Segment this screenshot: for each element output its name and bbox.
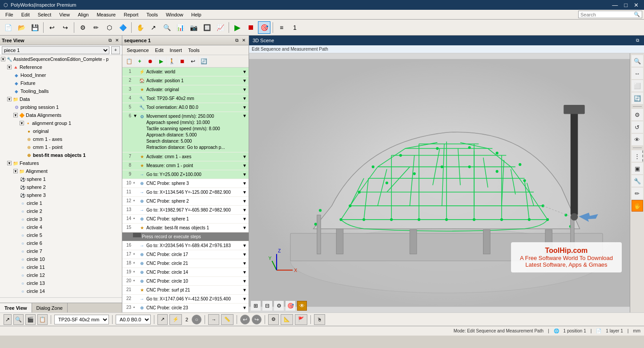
seq-row-16[interactable]: Press record or execute steps	[122, 232, 249, 241]
expand-features[interactable]: ▼	[7, 161, 12, 165]
seq-row-10[interactable]: 10 + ⊕ CNC Probe: sphere 3 ▼	[122, 179, 249, 188]
expand-data[interactable]: ▼	[7, 97, 12, 101]
rs-edit-btn[interactable]: ✏	[632, 188, 643, 199]
seq-arrow-4[interactable]: ▼	[242, 95, 248, 101]
seq-add-btn[interactable]: +	[135, 56, 145, 66]
rs-move-btn[interactable]: ↔	[632, 68, 643, 79]
scene-list-btn[interactable]: ⊟	[262, 301, 272, 311]
tree-item-circle11[interactable]: ○ circle 11	[0, 263, 122, 271]
save-btn[interactable]: 💾	[28, 21, 41, 34]
search-box[interactable]: 🔍	[578, 11, 642, 18]
seq-arrow-24[interactable]: ▼	[242, 304, 248, 310]
seq-expand-2[interactable]	[133, 77, 138, 78]
seq-row-2[interactable]: 2 🏠 Activate: position 1 ▼	[122, 76, 249, 85]
search-input[interactable]	[580, 12, 634, 17]
seq-expand-12[interactable]: +	[133, 197, 138, 203]
seq-row-20[interactable]: 19 + ⊕ CNC Probe: circle 14 ▼	[122, 268, 249, 277]
seq-arrow-18[interactable]: ▼	[242, 251, 248, 257]
tree-item-fixture[interactable]: ◆ Fixture	[0, 79, 122, 87]
seq-arrow-15[interactable]: ▼	[242, 224, 248, 230]
tree-item-data[interactable]: ▼ 📁 Data	[0, 95, 122, 103]
seq-expand-9[interactable]	[133, 171, 138, 172]
list-btn[interactable]: ≡	[275, 21, 288, 34]
piece-add-btn[interactable]: +	[111, 46, 120, 54]
menu-view[interactable]: View	[56, 11, 73, 18]
num-btn[interactable]: 1	[289, 21, 301, 34]
scene-eye-btn2[interactable]: 👁	[297, 301, 307, 311]
play-btn[interactable]: ▶	[231, 21, 244, 34]
grid-btn[interactable]: 🔲	[201, 21, 213, 34]
tree-item-circle1[interactable]: ○ circle 1	[0, 199, 122, 207]
bt-icon1[interactable]: ↗	[4, 314, 12, 325]
redo-btn[interactable]: ↪	[59, 21, 72, 34]
seq-row-24[interactable]: 23 + ⊕ CNC Probe: circle 23 ▼	[122, 304, 249, 312]
open-btn[interactable]: 📂	[15, 21, 28, 34]
tree-item-sphere2[interactable]: ⚽ sphere 2	[0, 183, 122, 191]
seq-expand-22[interactable]	[133, 286, 138, 288]
tree-item-align-group[interactable]: ▼ 🔸 alignment group 1	[0, 119, 122, 127]
tree-item-circle14[interactable]: ○ circle 14	[0, 287, 122, 295]
tree-item-cmm1-point[interactable]: ⊕ cmm 1 - point	[0, 143, 122, 151]
bt-redo-round[interactable]: ↪	[252, 315, 262, 324]
menu-help[interactable]: Help	[188, 11, 205, 18]
seq-row-22[interactable]: 21 ★ CNC Probe: surf pt 21 ▼	[122, 286, 249, 295]
seq-arrow-2[interactable]: ▼	[242, 77, 248, 83]
seq-arrow-7[interactable]: ▼	[242, 153, 248, 159]
tree-panel-float[interactable]: ⧉	[107, 38, 113, 43]
seq-expand-19[interactable]: +	[133, 260, 138, 265]
tree-item-sphere3[interactable]: ⚽ sphere 3	[0, 191, 122, 199]
seq-expand-13[interactable]	[133, 206, 138, 208]
tree-item-bestfit[interactable]: ⊕ best-fit meas objects 1	[0, 151, 122, 159]
maximize-btn[interactable]: □	[622, 2, 629, 8]
seq-row-13[interactable]: 13 → Go to: X=1982.967 Y=-605.980 Z=982.…	[122, 206, 249, 215]
minimize-btn[interactable]: —	[610, 2, 620, 8]
bt-icon3[interactable]: 🎬	[25, 314, 36, 325]
seq-arrow-20[interactable]: ▼	[242, 268, 248, 275]
seq-row-14[interactable]: 14 + ⊕ CNC Probe: sphere 1 ▼	[122, 215, 249, 224]
bt-orientation-select[interactable]: A0.0 B0.0	[116, 315, 151, 324]
tree-item-sphere1[interactable]: ⚽ sphere 1	[0, 175, 122, 183]
expand-reference[interactable]: ▼	[7, 65, 12, 69]
seq-arrow-13[interactable]: ▼	[242, 206, 248, 212]
expand-alignment[interactable]: ▼	[13, 169, 18, 173]
bt-tool-select[interactable]: TP20-SF 40x2 mm	[54, 315, 109, 324]
seq-row-9[interactable]: 9 → Go to: Y=25.000 Z+100.000 ▼	[122, 170, 249, 179]
edit-btn[interactable]: ✏	[90, 21, 102, 34]
rs-refresh-btn[interactable]: ↺	[632, 121, 643, 133]
seq-row-5[interactable]: 5 🔧 Tool orientation: A0.0 B0.0 ▼	[122, 103, 249, 112]
seq-arrow-19[interactable]: ▼	[242, 260, 248, 266]
tree-item-circle4[interactable]: ○ circle 4	[0, 223, 122, 231]
close-btn[interactable]: ✕	[632, 2, 640, 8]
bt-arrow-btn[interactable]: ↗	[157, 314, 168, 325]
seq-row-21[interactable]: 20 + ⊕ CNC Probe: circle 10 ▼	[122, 277, 249, 286]
shape-btn[interactable]: 🔷	[117, 21, 129, 34]
seq-arrow-21[interactable]: ▼	[242, 277, 248, 284]
seq-expand-17[interactable]	[133, 242, 138, 243]
target-btn[interactable]: 🎯	[258, 21, 270, 34]
bt-icon4[interactable]: 📋	[37, 314, 48, 325]
bt-path-btn[interactable]: →	[208, 314, 219, 325]
bt-undo-round[interactable]: ↩	[240, 315, 250, 324]
tree-item-circle3[interactable]: ○ circle 3	[0, 215, 122, 223]
sequence-list[interactable]: 1 ⚡ Activate: world ▼ 2 🏠 Activate: posi…	[122, 68, 249, 312]
seq-arrow-8[interactable]: ▼	[242, 162, 248, 168]
seq-arrow-5[interactable]: ▼	[242, 104, 248, 110]
seq-copy-btn[interactable]: 📋	[124, 56, 134, 66]
tree-view[interactable]: ▼ 🔧 AssistedSequenceCreationEdition_Comp…	[0, 55, 122, 297]
expand-root[interactable]: ▼	[1, 57, 5, 61]
tree-item-tooling-balls[interactable]: ◆ Tooling_balls	[0, 87, 122, 95]
tree-panel-close[interactable]: ✕	[114, 38, 120, 43]
seq-arrow-3[interactable]: ▼	[242, 86, 248, 92]
seq-row-15[interactable]: 15 ★ Activate: best-fit meas objects 1 ▼	[122, 224, 249, 232]
tree-item-features[interactable]: ▼ 📁 Features	[0, 159, 122, 167]
seq-row-17[interactable]: 16 → Go to: X=2034.546 Y=-689.434 Z=976.…	[122, 241, 249, 250]
seq-record-btn[interactable]: ⏺	[145, 56, 155, 66]
bt-measure-btn[interactable]: 📏	[221, 314, 233, 325]
tree-item-hood-inner[interactable]: ◆ Hood_Inner	[0, 71, 122, 79]
menu-window[interactable]: Window	[162, 11, 187, 18]
menu-edit[interactable]: Edit	[18, 11, 33, 18]
seq-expand-15[interactable]	[133, 224, 138, 225]
scene-settings2-btn[interactable]: ⚙	[274, 301, 284, 311]
seq-menu-insert[interactable]: Insert	[167, 47, 185, 54]
menu-measure[interactable]: Measure	[93, 11, 119, 18]
